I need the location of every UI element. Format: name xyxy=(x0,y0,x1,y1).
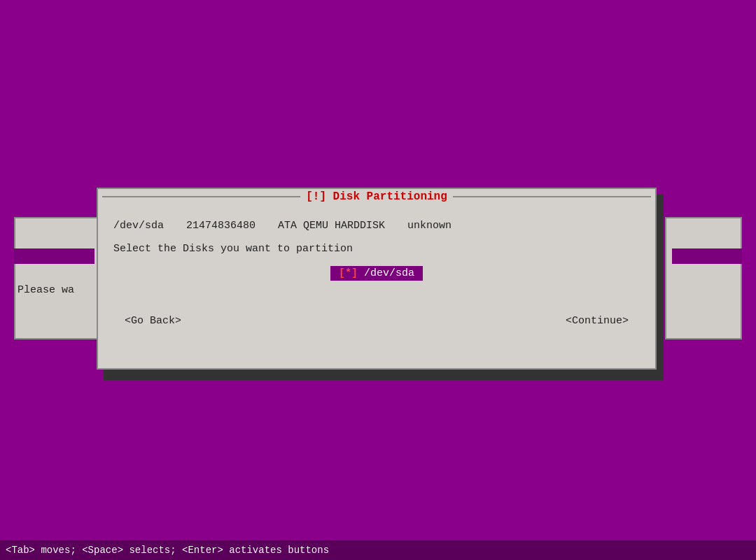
disk-info-row: /dev/sda 21474836480 ATA QEMU HARDDISK u… xyxy=(113,220,640,232)
disk-option-device: /dev/sda xyxy=(364,267,414,279)
disk-option-selected[interactable]: [*] /dev/sda xyxy=(330,266,423,281)
continue-button[interactable]: <Continue> xyxy=(566,315,629,327)
disk-option-container[interactable]: [*] /dev/sda xyxy=(113,266,640,281)
status-bar-text: <Tab> moves; <Space> selects; <Enter> ac… xyxy=(6,545,329,556)
background-progress-bar-right xyxy=(672,248,742,264)
title-line-right xyxy=(453,196,651,197)
status-bar: <Tab> moves; <Space> selects; <Enter> ac… xyxy=(0,540,756,560)
background-text-left: Please wa xyxy=(18,284,74,296)
disk-status: unknown xyxy=(407,220,451,232)
background-dialog-right xyxy=(665,217,742,340)
go-back-button[interactable]: <Go Back> xyxy=(125,315,181,327)
dialog-body: /dev/sda 21474836480 ATA QEMU HARDDISK u… xyxy=(97,209,657,306)
dialog-title: [!] Disk Partitioning xyxy=(306,190,447,203)
dialog-buttons: <Go Back> <Continue> xyxy=(97,315,657,327)
dialog-title-bar: [!] Disk Partitioning xyxy=(97,188,657,206)
background-progress-bar-left xyxy=(14,248,94,264)
checkbox-icon: [*] xyxy=(339,267,358,279)
select-disks-label: Select the Disks you want to partition xyxy=(113,243,640,255)
disk-size: 21474836480 xyxy=(186,220,255,232)
disk-device: /dev/sda xyxy=(113,220,164,232)
disk-model: ATA QEMU HARDDISK xyxy=(278,220,385,232)
title-line-left xyxy=(102,196,300,197)
